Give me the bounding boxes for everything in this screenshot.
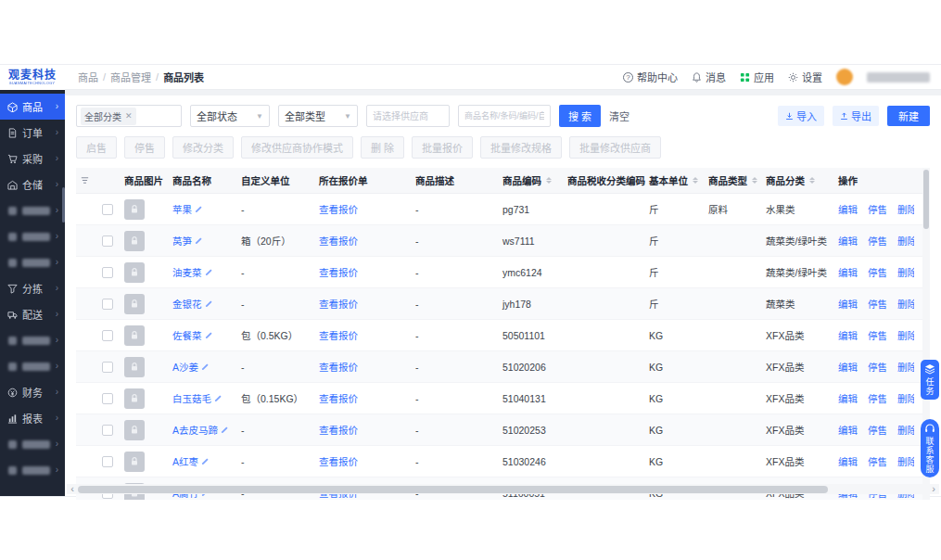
row-checkbox[interactable] xyxy=(102,425,113,436)
keyword-search-input[interactable] xyxy=(458,105,551,127)
row-checkbox[interactable] xyxy=(102,299,113,310)
row-checkbox[interactable] xyxy=(102,362,113,373)
sidebar-item-goods[interactable]: 商品› xyxy=(0,94,65,120)
edit-action-link[interactable]: 编辑 xyxy=(838,391,858,405)
sidebar-item-report[interactable]: 报表› xyxy=(0,405,65,431)
product-name-link[interactable]: 莴笋 xyxy=(172,234,192,248)
supplier-input[interactable] xyxy=(366,105,450,127)
bulk-action-button[interactable]: 修改分类 xyxy=(172,136,234,159)
stop-sale-action-link[interactable]: 停售 xyxy=(868,360,887,374)
product-name-link[interactable]: A去皮马蹄 xyxy=(172,423,218,437)
import-button[interactable]: 导入 xyxy=(778,106,824,126)
row-checkbox[interactable] xyxy=(102,393,113,404)
delete-action-link[interactable]: 删除 xyxy=(897,423,914,437)
stop-sale-action-link[interactable]: 停售 xyxy=(868,423,887,437)
column-header[interactable]: 商品分类 xyxy=(762,173,834,187)
remove-tag-icon[interactable]: ✕ xyxy=(125,111,133,121)
edit-action-link[interactable]: 编辑 xyxy=(838,234,858,248)
sidebar-item-warehouse[interactable]: 仓储› xyxy=(0,172,65,197)
stop-sale-action-link[interactable]: 停售 xyxy=(868,328,887,342)
edit-pencil-icon[interactable] xyxy=(201,363,210,371)
sidebar-item-blurred-1[interactable]: › xyxy=(0,197,65,223)
edit-pencil-icon[interactable] xyxy=(195,236,203,245)
delete-action-link[interactable]: 删除 xyxy=(897,202,914,216)
column-header[interactable]: 基本单位 xyxy=(645,173,705,187)
delete-action-link[interactable]: 删除 xyxy=(897,360,914,374)
apps-link[interactable]: 应用 xyxy=(740,70,774,84)
messages-link[interactable]: 消息 xyxy=(692,70,726,84)
help-center-link[interactable]: ? 帮助中心 xyxy=(623,70,678,84)
sidebar-item-finance[interactable]: 财务› xyxy=(0,379,65,405)
column-settings-icon[interactable] xyxy=(76,175,98,185)
bulk-action-button[interactable]: 修改供应商协作模式 xyxy=(241,136,353,159)
type-select[interactable]: 全部类型 ▼ xyxy=(278,105,358,127)
edit-pencil-icon[interactable] xyxy=(221,426,229,434)
edit-action-link[interactable]: 编辑 xyxy=(838,360,858,374)
sort-icon[interactable] xyxy=(693,177,698,184)
category-filter[interactable]: 全部分类 ✕ xyxy=(76,105,182,127)
sort-icon[interactable] xyxy=(809,177,815,184)
breadcrumb-goods-management[interactable]: 商品管理 xyxy=(110,70,151,84)
bulk-action-button[interactable]: 停售 xyxy=(124,136,165,159)
view-quote-link[interactable]: 查看报价 xyxy=(319,202,358,216)
bulk-action-button[interactable]: 启售 xyxy=(76,136,117,159)
view-quote-link[interactable]: 查看报价 xyxy=(319,265,358,279)
export-button[interactable]: 导出 xyxy=(833,106,879,126)
delete-action-link[interactable]: 删除 xyxy=(897,454,914,468)
sort-icon[interactable] xyxy=(546,177,552,184)
row-checkbox[interactable] xyxy=(102,330,113,341)
sidebar-item-blurred-4[interactable]: › xyxy=(0,327,65,353)
horizontal-scrollbar-thumb[interactable] xyxy=(78,486,828,493)
row-checkbox[interactable] xyxy=(102,235,113,247)
view-quote-link[interactable]: 查看报价 xyxy=(319,234,358,248)
sidebar-item-sorting[interactable]: 分拣› xyxy=(0,275,65,301)
row-checkbox[interactable] xyxy=(102,204,113,215)
row-checkbox[interactable] xyxy=(102,267,113,278)
scroll-right-arrow[interactable]: › xyxy=(928,484,939,494)
edit-action-link[interactable]: 编辑 xyxy=(838,202,858,216)
view-quote-link[interactable]: 查看报价 xyxy=(319,297,358,311)
view-quote-link[interactable]: 查看报价 xyxy=(319,454,358,468)
bulk-action-button[interactable]: 批量修改供应商 xyxy=(569,136,661,159)
clear-button[interactable]: 清空 xyxy=(609,108,629,123)
edit-pencil-icon[interactable] xyxy=(205,331,213,339)
view-quote-link[interactable]: 查看报价 xyxy=(319,328,358,342)
breadcrumb-goods[interactable]: 商品 xyxy=(78,70,98,84)
edit-action-link[interactable]: 编辑 xyxy=(838,297,858,311)
delete-action-link[interactable]: 删除 xyxy=(897,265,914,279)
bulk-action-button[interactable]: 批量报价 xyxy=(412,136,473,159)
column-header[interactable]: 商品编码 xyxy=(499,173,564,187)
edit-pencil-icon[interactable] xyxy=(214,394,223,402)
edit-action-link[interactable]: 编辑 xyxy=(838,423,858,437)
stop-sale-action-link[interactable]: 停售 xyxy=(868,297,887,311)
stop-sale-action-link[interactable]: 停售 xyxy=(868,454,887,468)
edit-pencil-icon[interactable] xyxy=(205,268,213,276)
stop-sale-action-link[interactable]: 停售 xyxy=(868,391,887,405)
product-name-link[interactable]: 油麦菜 xyxy=(172,265,202,279)
product-name-link[interactable]: 佐餐菜 xyxy=(172,328,202,342)
settings-link[interactable]: 设置 xyxy=(788,70,822,84)
stop-sale-action-link[interactable]: 停售 xyxy=(868,234,887,248)
sidebar-item-orders[interactable]: 订单› xyxy=(0,120,65,146)
view-quote-link[interactable]: 查看报价 xyxy=(319,360,358,374)
sidebar-item-blurred-2[interactable]: › xyxy=(0,223,65,249)
edit-pencil-icon[interactable] xyxy=(195,205,203,213)
bulk-action-button[interactable]: 批量修改规格 xyxy=(480,136,562,159)
sidebar-item-purchase[interactable]: 采购› xyxy=(0,146,65,172)
sidebar-item-blurred-6[interactable]: › xyxy=(0,431,65,457)
row-checkbox[interactable] xyxy=(102,456,113,467)
delete-action-link[interactable]: 删除 xyxy=(897,328,914,342)
search-button[interactable]: 搜 索 xyxy=(559,105,601,127)
edit-action-link[interactable]: 编辑 xyxy=(838,328,858,342)
stop-sale-action-link[interactable]: 停售 xyxy=(868,265,887,279)
product-name-link[interactable]: 苹果 xyxy=(172,202,192,216)
sidebar-item-blurred-5[interactable]: › xyxy=(0,353,65,379)
horizontal-scrollbar[interactable]: ‹ › xyxy=(67,484,939,494)
view-quote-link[interactable]: 查看报价 xyxy=(319,391,358,405)
tasks-float-button[interactable]: 任务 xyxy=(921,360,939,400)
stop-sale-action-link[interactable]: 停售 xyxy=(868,202,887,216)
product-name-link[interactable]: 白玉菇毛 xyxy=(172,391,211,405)
view-quote-link[interactable]: 查看报价 xyxy=(319,423,358,437)
sidebar-item-delivery[interactable]: 配送› xyxy=(0,301,65,327)
delete-action-link[interactable]: 删除 xyxy=(897,391,914,405)
